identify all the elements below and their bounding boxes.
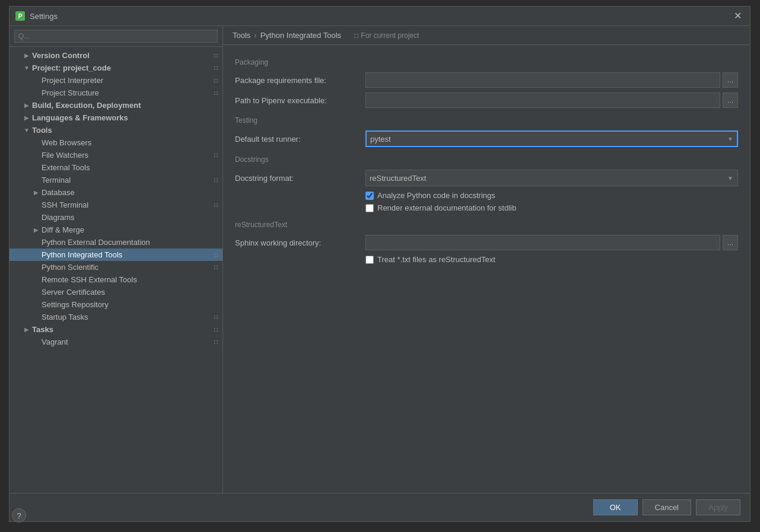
sidebar-item-python-integrated-tools[interactable]: Python Integrated Tools □ <box>9 249 222 261</box>
sidebar-label-terminal: Terminal <box>42 176 212 184</box>
bottom-bar: OK Cancel Apply <box>9 493 750 521</box>
search-input[interactable] <box>14 30 218 43</box>
sidebar-item-diagrams[interactable]: Diagrams <box>9 211 222 224</box>
sidebar-item-python-scientific[interactable]: Python Scientific □ <box>9 261 222 273</box>
sidebar-label-remote-ssh: Remote SSH External Tools <box>42 275 218 284</box>
sidebar-item-tools[interactable]: ▼ Tools <box>9 124 222 136</box>
test-runner-select[interactable]: pytest Unittest Nose <box>365 130 738 147</box>
for-current-project: □ For current project <box>354 31 419 40</box>
docstring-format-row: Docstring format: reStructuredText Googl… <box>235 170 738 186</box>
sphinx-dir-browse[interactable]: … <box>723 235 738 250</box>
render-checkbox[interactable] <box>365 204 374 212</box>
sidebar-label-project-interpreter: Project Interpreter <box>42 76 212 85</box>
sphinx-dir-input[interactable] <box>365 235 720 250</box>
sidebar-label-settings-repository: Settings Repository <box>42 300 218 309</box>
breadcrumb-separator: › <box>254 31 256 40</box>
test-runner-control: pytest Unittest Nose ▼ <box>365 130 738 147</box>
sidebar-item-vagrant[interactable]: Vagrant □ <box>9 336 222 348</box>
settings-dialog: P Settings ✕ ▶ Version Control □ ▼ Pro <box>9 6 751 522</box>
sidebar-icon-project-interpreter: □ <box>214 77 218 84</box>
pipenv-row: Path to Pipenv executable: … <box>235 93 738 108</box>
tree-arrow-database: ▶ <box>33 189 39 196</box>
rst-section-title: reStructuredText <box>235 221 738 229</box>
sidebar-icon-file-watchers: □ <box>214 152 218 158</box>
sidebar-item-tasks[interactable]: ▶ Tasks □ <box>9 323 222 336</box>
sidebar-item-file-watchers[interactable]: File Watchers □ <box>9 149 222 161</box>
tree-arrow-tasks: ▶ <box>24 326 30 333</box>
sidebar-label-diff-merge: Diff & Merge <box>42 225 218 234</box>
analyze-checkbox-row: Analyze Python code in docstrings <box>235 191 738 200</box>
treat-txt-checkbox-row: Treat *.txt files as reStructuredText <box>235 255 738 264</box>
sidebar-label-ssh-terminal: SSH Terminal <box>42 200 212 209</box>
sidebar-item-diff-merge[interactable]: ▶ Diff & Merge <box>9 224 222 236</box>
sidebar-icon-ssh-terminal: □ <box>214 202 218 208</box>
for-project-label: For current project <box>361 31 419 40</box>
sphinx-dir-label: Sphinx working directory: <box>235 238 365 247</box>
sidebar-item-web-browsers[interactable]: Web Browsers <box>9 136 222 149</box>
test-runner-row: Default test runner: pytest Unittest Nos… <box>235 130 738 147</box>
sidebar-label-languages: Languages & Frameworks <box>32 113 218 122</box>
sidebar-item-project[interactable]: ▼ Project: project_code □ <box>9 62 222 74</box>
docstring-format-select-wrapper: reStructuredText Google NumPy Epytext ▼ <box>365 170 738 186</box>
sidebar-label-web-browsers: Web Browsers <box>42 138 218 147</box>
docstring-format-control: reStructuredText Google NumPy Epytext ▼ <box>365 170 738 186</box>
sidebar-label-python-external-docs: Python External Documentation <box>42 238 218 247</box>
docstring-format-label: Docstring format: <box>235 174 365 183</box>
analyze-label[interactable]: Analyze Python code in docstrings <box>377 191 495 200</box>
cancel-button[interactable]: Cancel <box>643 499 691 515</box>
sidebar-item-python-external-docs[interactable]: Python External Documentation <box>9 236 222 249</box>
sidebar-item-server-certs[interactable]: Server Certificates <box>9 286 222 298</box>
dialog-title: Settings <box>30 12 58 21</box>
package-requirements-control: … <box>365 72 738 88</box>
sidebar-label-project: Project: project_code <box>32 63 212 72</box>
sphinx-dir-row: Sphinx working directory: … <box>235 235 738 250</box>
sidebar-icon-python-integrated-tools: □ <box>214 251 218 258</box>
sidebar-label-tools: Tools <box>32 126 218 135</box>
sphinx-dir-control: … <box>365 235 738 250</box>
settings-icon: P <box>15 11 25 21</box>
main-content: ▶ Version Control □ ▼ Project: project_c… <box>9 26 750 493</box>
sidebar-label-server-certs: Server Certificates <box>42 288 218 297</box>
ok-button[interactable]: OK <box>593 499 638 515</box>
sidebar-icon-project: □ <box>214 65 218 71</box>
tree-arrow-project: ▼ <box>24 65 30 71</box>
sidebar-item-external-tools[interactable]: External Tools <box>9 161 222 174</box>
sidebar-item-languages[interactable]: ▶ Languages & Frameworks <box>9 112 222 124</box>
help-button[interactable]: ? <box>12 508 26 523</box>
render-label[interactable]: Render external documentation for stdlib <box>377 203 516 212</box>
for-project-icon: □ <box>354 31 358 40</box>
close-button[interactable]: ✕ <box>732 10 744 22</box>
test-runner-select-wrapper: pytest Unittest Nose ▼ <box>365 130 738 147</box>
sidebar-item-version-control[interactable]: ▶ Version Control □ <box>9 49 222 62</box>
render-checkbox-row: Render external documentation for stdlib <box>235 203 738 212</box>
sidebar-item-ssh-terminal[interactable]: SSH Terminal □ <box>9 199 222 211</box>
pipenv-browse[interactable]: … <box>723 93 738 108</box>
breadcrumb-current: Python Integrated Tools <box>260 31 341 40</box>
apply-button[interactable]: Apply <box>696 499 740 515</box>
sidebar-item-database[interactable]: ▶ Database <box>9 186 222 199</box>
sidebar-label-database: Database <box>42 188 218 197</box>
sidebar-icon-startup-tasks: □ <box>214 314 218 320</box>
sidebar-icon-terminal: □ <box>214 177 218 183</box>
pipenv-input[interactable] <box>365 93 720 108</box>
sidebar-item-project-interpreter[interactable]: Project Interpreter □ <box>9 74 222 87</box>
docstring-format-select[interactable]: reStructuredText Google NumPy Epytext <box>365 170 738 186</box>
sidebar-label-build: Build, Execution, Deployment <box>32 101 218 110</box>
sidebar-icon-python-scientific: □ <box>214 264 218 270</box>
content-area: Packaging Package requirements file: … P… <box>223 45 750 493</box>
sidebar-item-startup-tasks[interactable]: Startup Tasks □ <box>9 311 222 323</box>
sidebar-item-build[interactable]: ▶ Build, Execution, Deployment <box>9 99 222 112</box>
sidebar-icon-version-control: □ <box>214 52 218 59</box>
treat-txt-checkbox[interactable] <box>365 256 374 264</box>
sidebar-item-remote-ssh[interactable]: Remote SSH External Tools <box>9 273 222 286</box>
sidebar-item-terminal[interactable]: Terminal □ <box>9 174 222 186</box>
analyze-checkbox[interactable] <box>365 192 374 200</box>
sidebar-item-project-structure[interactable]: Project Structure □ <box>9 87 222 99</box>
sidebar-item-settings-repository[interactable]: Settings Repository <box>9 298 222 311</box>
packaging-section-title: Packaging <box>235 58 738 66</box>
sidebar-label-vagrant: Vagrant <box>42 337 212 346</box>
treat-txt-label[interactable]: Treat *.txt files as reStructuredText <box>377 255 495 264</box>
package-requirements-input[interactable] <box>365 72 720 88</box>
sidebar-label-project-structure: Project Structure <box>42 88 212 97</box>
package-requirements-browse[interactable]: … <box>723 72 738 88</box>
